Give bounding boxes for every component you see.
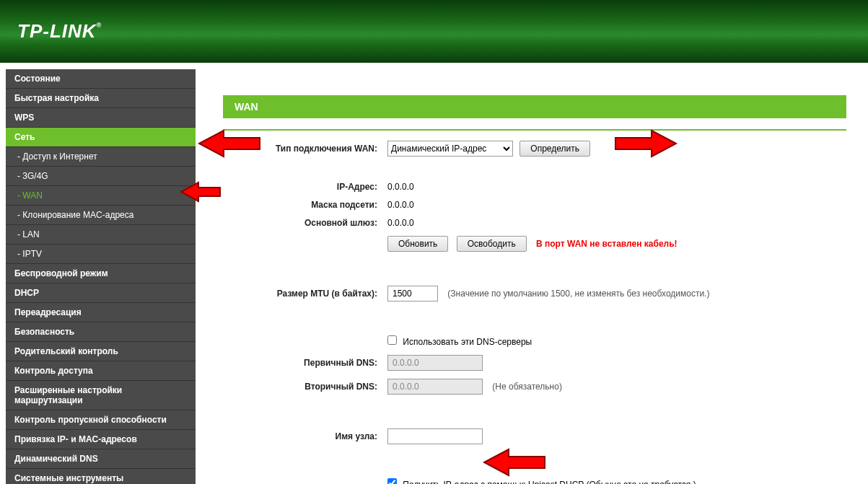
sidebar-item-2[interactable]: WPS bbox=[6, 108, 196, 128]
sidebar-item-14[interactable]: Родительский контроль bbox=[6, 342, 196, 361]
dns1-label: Первичный DNS: bbox=[223, 358, 387, 368]
row-gateway: Основной шлюз: 0.0.0.0 bbox=[223, 218, 846, 228]
row-dns2: Вторичный DNS: (Не обязательно) bbox=[223, 379, 846, 395]
sidebar-item-0[interactable]: Состояние bbox=[6, 69, 196, 89]
sidebar: СостояниеБыстрая настройкаWPSСеть- Досту… bbox=[0, 63, 201, 484]
sidebar-item-6[interactable]: - WAN bbox=[6, 186, 196, 206]
sidebar-item-9[interactable]: - IPTV bbox=[6, 245, 196, 264]
sidebar-item-20[interactable]: Системные инструменты bbox=[6, 469, 196, 484]
host-input[interactable] bbox=[387, 428, 483, 444]
annotation-arrow-right bbox=[613, 129, 678, 158]
ip-value: 0.0.0.0 bbox=[387, 182, 846, 192]
row-wan-type: Тип подключения WAN: Динамический IP-адр… bbox=[223, 141, 846, 157]
release-button[interactable]: Освободить bbox=[457, 236, 527, 252]
wan-cable-warning: В порт WAN не вставлен кабель! bbox=[536, 239, 678, 249]
ip-label: IP-Адрес: bbox=[223, 182, 387, 192]
mtu-label: Размер MTU (в байтах): bbox=[223, 289, 387, 299]
sidebar-item-8[interactable]: - LAN bbox=[6, 225, 196, 245]
sidebar-item-11[interactable]: DHCP bbox=[6, 283, 196, 303]
main-content: WAN Тип подключения WAN: Динамический IP… bbox=[201, 63, 868, 484]
mtu-hint: (Значение по умолчанию 1500, не изменять… bbox=[447, 289, 709, 299]
row-ip: IP-Адрес: 0.0.0.0 bbox=[223, 182, 846, 192]
sidebar-item-12[interactable]: Переадресация bbox=[6, 303, 196, 322]
row-use-dns: Использовать эти DNS-серверы bbox=[223, 335, 846, 347]
sidebar-item-19[interactable]: Динамический DNS bbox=[6, 449, 196, 469]
refresh-button[interactable]: Обновить bbox=[387, 236, 448, 252]
sidebar-item-4[interactable]: - Доступ к Интернет bbox=[6, 147, 196, 167]
dns2-hint: (Не обязательно) bbox=[492, 382, 562, 392]
host-label: Имя узла: bbox=[223, 431, 387, 441]
mask-label: Маска подсети: bbox=[223, 200, 387, 210]
header: TP-LINK® bbox=[0, 0, 868, 63]
sidebar-item-10[interactable]: Беспроводной режим bbox=[6, 264, 196, 283]
container: СостояниеБыстрая настройкаWPSСеть- Досту… bbox=[0, 63, 868, 484]
row-refresh-release: Обновить Освободить В порт WAN не вставл… bbox=[223, 236, 846, 252]
wan-type-select[interactable]: Динамический IP-адрес bbox=[387, 141, 513, 157]
unicast-label: Получить IP-адрес с помощью Unicast DHCP… bbox=[403, 480, 696, 484]
annotation-arrow-left-1 bbox=[198, 129, 263, 158]
row-dns1: Первичный DNS: bbox=[223, 355, 846, 371]
mtu-input[interactable] bbox=[387, 286, 438, 302]
row-mtu: Размер MTU (в байтах): (Значение по умол… bbox=[223, 286, 846, 302]
dns2-input[interactable] bbox=[387, 379, 483, 395]
form-area: Тип подключения WAN: Динамический IP-адр… bbox=[223, 118, 846, 484]
dns2-label: Вторичный DNS: bbox=[223, 382, 387, 392]
sidebar-item-15[interactable]: Контроль доступа bbox=[6, 361, 196, 381]
sidebar-item-7[interactable]: - Клонирование MAC-адреса bbox=[6, 206, 196, 225]
annotation-arrow-bottom bbox=[483, 448, 548, 477]
row-host: Имя узла: bbox=[223, 428, 846, 444]
row-unicast: Получить IP-адрес с помощью Unicast DHCP… bbox=[223, 478, 846, 484]
sidebar-item-3[interactable]: Сеть bbox=[6, 128, 196, 147]
gw-value: 0.0.0.0 bbox=[387, 218, 846, 228]
annotation-arrow-left-2 bbox=[180, 181, 223, 203]
gw-label: Основной шлюз: bbox=[223, 218, 387, 228]
mask-value: 0.0.0.0 bbox=[387, 200, 846, 210]
page-title: WAN bbox=[223, 95, 846, 118]
sidebar-item-13[interactable]: Безопасность bbox=[6, 322, 196, 342]
sidebar-item-1[interactable]: Быстрая настройка bbox=[6, 89, 196, 108]
sidebar-item-5[interactable]: - 3G/4G bbox=[6, 167, 196, 186]
divider bbox=[223, 129, 846, 131]
unicast-checkbox[interactable] bbox=[387, 478, 397, 484]
detect-button[interactable]: Определить bbox=[520, 141, 590, 157]
use-dns-checkbox[interactable] bbox=[387, 335, 397, 345]
use-dns-label: Использовать эти DNS-серверы bbox=[403, 337, 532, 347]
dns1-input[interactable] bbox=[387, 355, 483, 371]
row-mask: Маска подсети: 0.0.0.0 bbox=[223, 200, 846, 210]
sidebar-item-16[interactable]: Расширенные настройки маршрутизации bbox=[6, 381, 196, 410]
logo: TP-LINK® bbox=[17, 20, 102, 43]
sidebar-item-18[interactable]: Привязка IP- и MAC-адресов bbox=[6, 430, 196, 449]
sidebar-item-17[interactable]: Контроль пропускной способности bbox=[6, 410, 196, 430]
